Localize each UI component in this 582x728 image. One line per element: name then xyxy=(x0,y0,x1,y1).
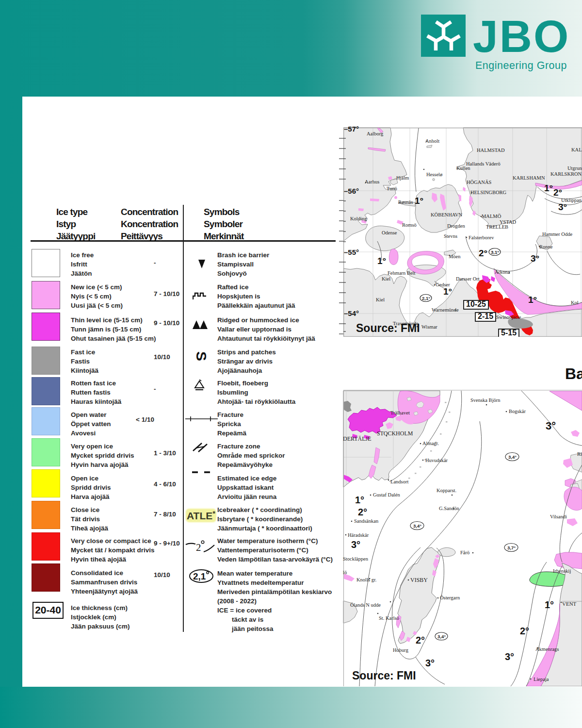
svg-text:Tunö: Tunö xyxy=(387,186,397,191)
svg-text:Odense: Odense xyxy=(382,230,397,235)
svg-text:–55°: –55° xyxy=(344,248,359,256)
svg-text:Fårö: Fårö xyxy=(460,550,469,555)
svg-text:KARLSHAMN: KARLSHAMN xyxy=(513,175,545,181)
svg-text:1°: 1° xyxy=(545,599,554,610)
svg-text:Ronne: Ronne xyxy=(539,244,553,249)
svg-text:Almagr.: Almagr. xyxy=(422,441,439,446)
svg-text:Kiel: Kiel xyxy=(376,297,385,302)
svg-text:HALMSTAD: HALMSTAD xyxy=(477,148,505,153)
svg-text:Fehmarn Belt: Fehmarn Belt xyxy=(388,270,416,276)
svg-text:3°: 3° xyxy=(425,658,435,668)
svg-text:MALMÖ: MALMÖ xyxy=(482,214,501,219)
svg-text:2°: 2° xyxy=(553,187,562,198)
svg-text:St. Karlsö: St. Karlsö xyxy=(379,615,399,621)
svg-text:Ölands N udde: Ölands N udde xyxy=(350,602,381,608)
svg-text:1°: 1° xyxy=(355,495,364,505)
svg-text:2°: 2° xyxy=(358,507,367,517)
svg-text:Knolls gr.: Knolls gr. xyxy=(356,577,376,582)
svg-text:1°: 1° xyxy=(443,286,452,297)
svg-text:2: 2 xyxy=(196,542,201,553)
svg-text:Kullen: Kullen xyxy=(456,165,470,171)
svg-text:2,1: 2,1 xyxy=(193,571,206,581)
svg-text:lö: lö xyxy=(343,570,347,575)
svg-text:Gustaf Dalén: Gustaf Dalén xyxy=(373,492,400,497)
svg-text:Kiel: Kiel xyxy=(382,276,390,281)
svg-text:Häradskär: Häradskär xyxy=(348,532,369,538)
svg-text:2,1°: 2,1° xyxy=(422,296,430,301)
svg-text:S: S xyxy=(194,351,209,361)
svg-text:STOCKHOLM: STOCKHOLM xyxy=(377,430,413,437)
svg-text:3°: 3° xyxy=(505,651,514,662)
svg-text:Falsterborev: Falsterborev xyxy=(469,235,494,240)
svg-text:KÖBENHAVN: KÖBENHAVN xyxy=(431,212,463,217)
svg-text:G.Sandön: G.Sandön xyxy=(439,506,459,511)
svg-text:1°: 1° xyxy=(528,295,537,305)
svg-text:1°: 1° xyxy=(377,256,386,266)
svg-text:2°: 2° xyxy=(416,635,425,645)
svg-text:Warnemünde: Warnemünde xyxy=(432,307,459,313)
svg-text:Möen: Möen xyxy=(449,254,461,259)
svg-text:1°: 1° xyxy=(544,183,553,193)
svg-text:–56°: –56° xyxy=(344,187,359,195)
svg-text:Drogden: Drogden xyxy=(447,223,465,229)
svg-text:3,1°: 3,1° xyxy=(491,249,499,255)
svg-text:Source: FMI: Source: FMI xyxy=(356,322,420,334)
svg-text:–54°: –54° xyxy=(344,309,359,317)
svg-text:2°: 2° xyxy=(479,248,487,258)
svg-text:Hammer Odde: Hammer Odde xyxy=(542,232,572,237)
svg-text:10-25: 10-25 xyxy=(466,300,486,308)
svg-text:Source: FMI: Source: FMI xyxy=(352,669,416,682)
svg-text:Hjälm: Hjälm xyxy=(396,175,409,181)
svg-text:3,4°: 3,4° xyxy=(508,454,517,460)
svg-text:Trälhavet: Trälhavet xyxy=(390,410,410,415)
svg-text:KALM: KALM xyxy=(571,147,582,152)
svg-text:Stockläppen: Stockläppen xyxy=(343,556,369,562)
svg-text:Hoburg: Hoburg xyxy=(393,647,409,653)
svg-text:HELSINGBORG: HELSINGBORG xyxy=(470,190,507,195)
svg-text:Swinoujscie: Swinoujscie xyxy=(496,314,521,320)
svg-text:VENT: VENT xyxy=(562,601,577,607)
svg-text:Arkona: Arkona xyxy=(495,269,510,275)
svg-text:Røsnäs: Røsnäs xyxy=(398,199,413,205)
svg-text:HÖGANÄS: HÖGANÄS xyxy=(467,180,491,185)
svg-text:3°: 3° xyxy=(351,539,360,550)
svg-text:Romsö: Romsö xyxy=(402,222,417,228)
svg-text:Landsort: Landsort xyxy=(390,479,408,484)
svg-text:3,7°: 3,7° xyxy=(507,545,516,550)
svg-text:3°: 3° xyxy=(558,202,567,212)
svg-text:Liepaja: Liepaja xyxy=(534,677,549,682)
svg-text:5-15: 5-15 xyxy=(501,329,517,337)
svg-text:Östergarn: Östergarn xyxy=(440,595,460,600)
svg-text:VISBY: VISBY xyxy=(410,577,428,583)
svg-text:Darsser Ort: Darsser Ort xyxy=(456,276,480,281)
svg-text:Kol: Kol xyxy=(571,300,579,305)
svg-text:3,4°: 3,4° xyxy=(413,523,421,529)
svg-text:Aalborg: Aalborg xyxy=(367,131,384,136)
svg-text:Svenska Björn: Svenska Björn xyxy=(470,397,501,403)
svg-text:3°: 3° xyxy=(546,420,556,432)
svg-text:Irbenskij: Irbenskij xyxy=(553,568,571,574)
svg-text:3°: 3° xyxy=(531,253,539,264)
svg-text:Kopparst.: Kopparst. xyxy=(436,488,456,493)
svg-text:TRELLEB: TRELLEB xyxy=(486,224,508,230)
svg-text:Stevns: Stevns xyxy=(444,233,457,239)
svg-text:Huvudskär: Huvudskär xyxy=(425,458,448,463)
svg-text:3,4°: 3,4° xyxy=(437,634,446,639)
svg-text:Vilsandi: Vilsandi xyxy=(550,514,567,519)
svg-text:–57°: –57° xyxy=(344,125,359,133)
svg-text:2-15: 2-15 xyxy=(478,312,493,320)
svg-text:2°: 2° xyxy=(520,626,529,636)
svg-text:Sandsänkan: Sandsänkan xyxy=(354,518,379,524)
svg-text:Utgrun: Utgrun xyxy=(567,165,582,171)
svg-text:KARLSKRONA: KARLSKRONA xyxy=(550,171,582,177)
svg-text:1°: 1° xyxy=(415,196,423,206)
svg-text:Ri: Ri xyxy=(577,451,582,457)
svg-text:Akmenrags: Akmenrags xyxy=(535,646,559,652)
svg-text:Kolding: Kolding xyxy=(350,216,367,221)
svg-text:Hesselø: Hesselø xyxy=(426,172,442,177)
svg-text:Anholt: Anholt xyxy=(425,138,439,144)
svg-text:Bogskär: Bogskär xyxy=(509,409,526,414)
svg-text:DERTÄLJE: DERTÄLJE xyxy=(343,435,372,442)
svg-text:Aarhus: Aarhus xyxy=(365,179,379,184)
svg-text:Hallands Väderö: Hallands Väderö xyxy=(466,161,501,166)
